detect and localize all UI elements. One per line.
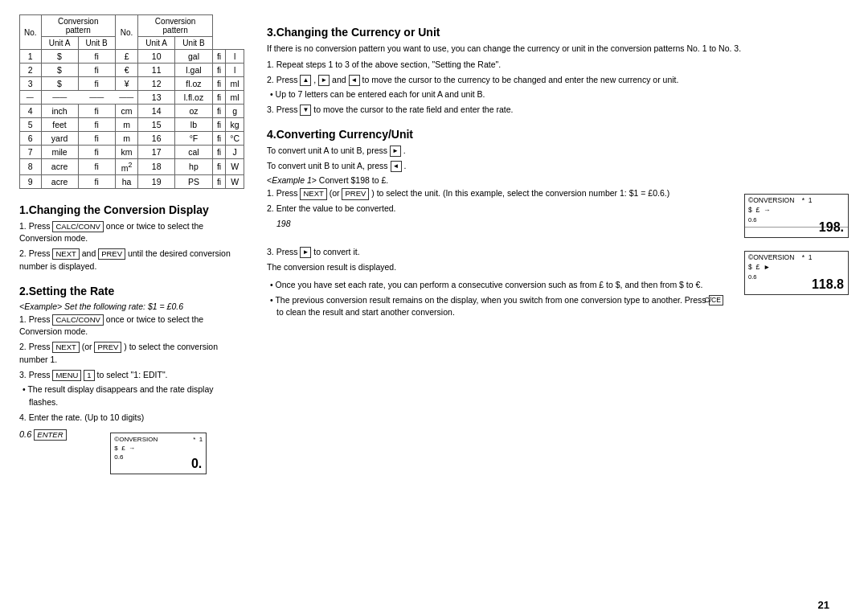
section4-value: 198 (267, 218, 724, 231)
section4-line1: To convert unit A to unit B, press ► . (267, 145, 849, 158)
left-column: No. Conversion pattern No. Conversion pa… (19, 14, 244, 479)
page-number: 21 (818, 599, 829, 611)
table-row: 8acrefim2 18hpfiW (20, 159, 244, 175)
display-line2: $ £ → (111, 444, 206, 453)
next-key2: NEXT (52, 342, 79, 353)
unit-a-header-right: Unit A (138, 37, 175, 50)
prev-key2: PREV (94, 342, 121, 353)
enter-key: ENTER (34, 429, 66, 441)
section2-title: 2.Setting the Rate (19, 285, 244, 297)
table-row: 2$fi€ 11l.galfil (20, 64, 244, 77)
conv-pattern-header-left: Conversion pattern (41, 15, 115, 37)
next-key3: NEXT (300, 188, 326, 199)
section2-display: ©ONVERSION * 1 $ £ → 0.6 0. (110, 433, 207, 474)
section4-display2: ©ONVERSION * 1 $ £ ► 0.6 118.8 (744, 251, 849, 295)
section2-example: <Example> Set the following rate: $1 = £… (19, 301, 244, 311)
section2-bullet1: The result display disappears and the ra… (19, 383, 244, 409)
table-row: 9acrefiha 19PSfiW (20, 174, 244, 188)
section1-title: 1.Changing the Conversion Display (19, 203, 244, 216)
display1-big: 198. (819, 220, 844, 235)
section4-line2: To convert unit B to unit A, press ◄ . (267, 160, 849, 173)
section4: 4.Converting Currency/Unit To convert un… (267, 128, 849, 322)
down-arrow: ▼ (300, 105, 311, 116)
section4-example: <Example 1> Convert $198 to £. (267, 175, 849, 185)
section4-display1: ©ONVERSION * 1 $ £ → 0.6 198. (744, 194, 849, 238)
prev-key3: PREV (342, 188, 369, 199)
table-row: 5feetfim 15lbfikg (20, 118, 244, 132)
section3-step3: 3. Press ▼ to move the cursor to the rat… (267, 104, 849, 117)
table-no-header2: No. (115, 15, 138, 50)
unit-b-header-left: Unit B (78, 37, 115, 50)
section2: 2.Setting the Rate <Example> Set the fol… (19, 285, 244, 479)
section1-step2: 2. Press NEXT and PREV until the desired… (19, 248, 244, 273)
calcconv-key2: CALC/CONV (52, 314, 103, 326)
table-row: 3$fi¥ 12fl.ozfiml (20, 77, 244, 91)
section4-step3: 3. Press ► to convert it. (267, 246, 724, 259)
section2-step3: 3. Press MENU 1 to select "1: EDIT". (19, 369, 244, 382)
section3-intro: If there is no conversion pattern you wa… (267, 43, 849, 55)
section2-step4: 4. Enter the rate. (Up to 10 digits) (19, 412, 244, 424)
unit-a-header-left: Unit A (41, 37, 78, 50)
section2-value: 0.6 ENTER (19, 428, 67, 441)
calcconv-key: CALC/CONV (52, 221, 103, 232)
one-key: 1 (84, 370, 94, 381)
display-big-num: 0. (191, 457, 202, 471)
section4-step4: The conversion result is displayed. (267, 261, 724, 274)
section1-step1: 1. Press CALC/CONV once or twice to sele… (19, 220, 244, 246)
table-row: 7milefikm 17calfiJ (20, 146, 244, 159)
left-btn: ◄ (391, 161, 402, 172)
section3: 3.Changing the Currency or Unit If there… (267, 26, 849, 117)
conv-pattern-header-right: Conversion pattern (138, 15, 213, 37)
section4-step1: 1. Press NEXT (or PREV ) to select the u… (267, 187, 724, 200)
section1: 1.Changing the Conversion Display 1. Pre… (19, 203, 244, 273)
section2-step2: 2. Press NEXT (or PREV ) to select the c… (19, 341, 244, 367)
display-label: ©ONVERSION (114, 436, 158, 443)
section3-step1: 1. Repeat steps 1 to 3 of the above sect… (267, 59, 849, 72)
section3-title: 3.Changing the Currency or Unit (267, 26, 849, 39)
table-row: 1$fi£ 10galfil (20, 50, 244, 64)
menu-key: MENU (52, 370, 81, 381)
table-separator: — —— —— —— 13l.fl.ozfiml (20, 91, 244, 105)
conversion-table: No. Conversion pattern No. Conversion pa… (19, 14, 244, 189)
table-row: 6yardfim 16°Ffi°C (20, 132, 244, 146)
section3-step2: 2. Press ▲ , ► and ◄ to move the cursor … (267, 74, 849, 87)
section4-step2: 2. Enter the value to be converted. (267, 203, 724, 215)
left-arrow: ◄ (349, 75, 360, 86)
section3-bullet: Up to 7 letters can be entered each for … (267, 88, 849, 101)
table-row: 4inchficm 14ozfig (20, 105, 244, 118)
section2-step1: 1. Press CALC/CONV once or twice to sele… (19, 314, 244, 339)
cce-key: C/CE (709, 295, 723, 306)
section4-title: 4.Converting Currency/Unit (267, 128, 849, 141)
right-btn: ► (390, 146, 401, 157)
section4-bullet2: The previous conversion result remains o… (267, 294, 724, 320)
display-header: ©ONVERSION * 1 (111, 433, 206, 444)
right-btn2: ► (300, 247, 311, 258)
unit-b-header-right: Unit B (175, 37, 213, 50)
display-star: * 1 (193, 435, 203, 444)
right-column: 3.Changing the Currency or Unit If there… (267, 14, 849, 479)
up-arrow: ▲ (300, 75, 311, 86)
section4-bullet1: Once you have set each rate, you can per… (267, 279, 724, 292)
prev-key: PREV (98, 248, 125, 260)
display2-big: 118.8 (812, 277, 844, 292)
table-no-header: No. (20, 15, 42, 50)
right-arrow: ► (318, 75, 330, 86)
next-key: NEXT (52, 248, 79, 260)
